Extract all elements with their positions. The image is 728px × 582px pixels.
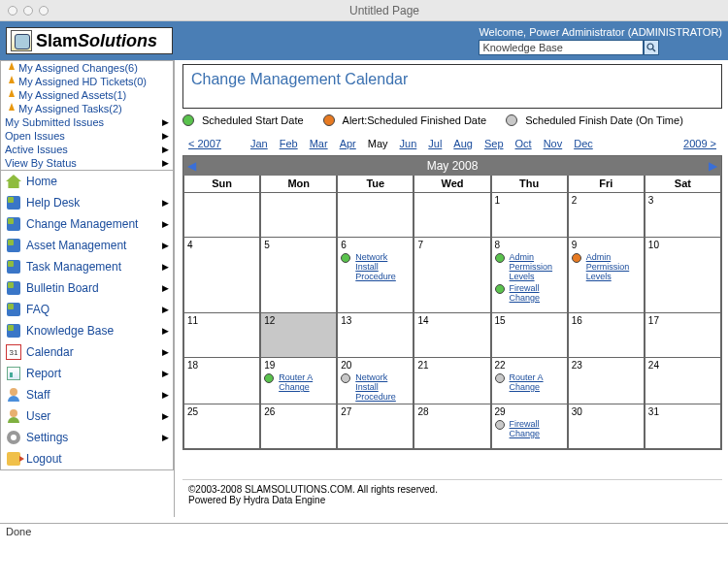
sidebar-issues-item[interactable]: View By Status▶ — [1, 156, 173, 170]
sidebar-nav-item[interactable]: Settings▶ — [1, 427, 173, 448]
calendar-cell[interactable]: 14 — [414, 313, 490, 358]
next-year-link[interactable]: 2009 > — [683, 138, 716, 149]
month-link[interactable]: Oct — [515, 138, 532, 149]
month-link[interactable]: Aug — [453, 138, 473, 149]
calendar-cell[interactable]: 3 — [645, 193, 721, 238]
sidebar-assigned-item[interactable]: My Assigned HD Tickets(0) — [1, 75, 173, 88]
calendar-cell[interactable]: 28 — [414, 404, 490, 449]
calendar-cell[interactable]: 18 — [183, 358, 260, 404]
sidebar-issues-item[interactable]: Active Issues▶ — [1, 143, 173, 156]
sidebar-assigned-item[interactable]: My Assigned Tasks(2) — [1, 102, 173, 115]
calendar-cell[interactable] — [414, 193, 490, 238]
footer-copyright: ©2003-2008 SLAMSOLUTIONS.COM. All rights… — [188, 484, 716, 495]
calendar-cell[interactable]: 29Firewall Change — [491, 404, 568, 449]
calendar-cell[interactable] — [260, 193, 337, 238]
calendar-cell[interactable]: 15 — [491, 313, 568, 358]
sidebar-issues-item[interactable]: My Submitted Issues▶ — [1, 115, 173, 129]
calendar-cell[interactable]: 4 — [183, 238, 260, 313]
sidebar-nav-item[interactable]: Report▶ — [1, 363, 173, 384]
calendar-cell[interactable]: 25 — [183, 404, 260, 449]
event-link[interactable]: Firewall Change — [510, 283, 564, 303]
calendar-cell[interactable]: 2 — [568, 193, 645, 238]
calendar-cell[interactable]: 11 — [183, 313, 260, 358]
year-nav: < 2007JanFebMarAprMayJunJulAugSepOctNovD… — [182, 138, 722, 149]
calendar-cell[interactable]: 21 — [414, 358, 490, 404]
calendar-event[interactable]: Network Install Procedure — [341, 372, 410, 402]
calendar-event[interactable]: Router A Change — [264, 372, 333, 392]
sidebar-nav-item[interactable]: Change Management▶ — [1, 213, 173, 235]
sidebar-issues-item[interactable]: Open Issues▶ — [1, 129, 173, 143]
calendar-cell[interactable]: 13 — [337, 313, 414, 358]
sidebar-nav-item[interactable]: Task Management▶ — [1, 256, 173, 277]
calendar-cell[interactable]: 6Network Install Procedure — [337, 238, 414, 313]
calendar-cell[interactable]: 31 — [645, 404, 721, 449]
calendar-cell[interactable]: 20Network Install Procedure — [337, 358, 414, 404]
calendar-cell[interactable] — [183, 193, 260, 238]
sidebar-nav-item[interactable]: Bulletin Board▶ — [1, 277, 173, 299]
calendar-day-number: 10 — [648, 240, 717, 250]
calendar-cell[interactable]: 9Admin Permission Levels — [568, 238, 645, 313]
calendar-cell[interactable]: 16 — [568, 313, 645, 358]
calendar-cell[interactable]: 17 — [645, 313, 721, 358]
event-link[interactable]: Admin Permission Levels — [510, 252, 564, 281]
month-link[interactable]: Jun — [400, 138, 417, 149]
sidebar-nav-item[interactable]: Staff▶ — [1, 384, 173, 405]
sidebar-nav-item[interactable]: Asset Management▶ — [1, 235, 173, 256]
calendar-cell[interactable]: 12 — [260, 313, 337, 358]
calendar-cell[interactable]: 19Router A Change — [260, 358, 337, 404]
window-close-icon[interactable] — [8, 6, 17, 16]
sidebar-nav-item[interactable]: FAQ▶ — [1, 299, 173, 320]
calendar-cell[interactable] — [337, 193, 414, 238]
month-link[interactable]: Jan — [250, 138, 268, 149]
search-button[interactable] — [644, 40, 659, 55]
calendar-cell[interactable]: 22Router A Change — [491, 358, 568, 404]
prev-year-link[interactable]: < 2007 — [188, 138, 221, 149]
sidebar-assigned-item[interactable]: My Assigned Changes(6) — [1, 61, 173, 75]
calendar-cell[interactable]: 26 — [260, 404, 337, 449]
calendar-event[interactable]: Router A Change — [495, 372, 564, 392]
calendar-cell[interactable]: 8Admin Permission LevelsFirewall Change — [491, 238, 568, 313]
sidebar-nav-item[interactable]: Help Desk▶ — [1, 192, 173, 213]
calendar-next-icon[interactable]: ▶ — [709, 159, 717, 173]
calendar-cell[interactable]: 27 — [337, 404, 414, 449]
sidebar-assigned-item[interactable]: My Assigned Assets(1) — [1, 88, 173, 102]
event-link[interactable]: Admin Permission Levels — [586, 252, 641, 281]
event-dot-gray-icon — [495, 373, 505, 383]
calendar-event[interactable]: Admin Permission Levels — [495, 252, 564, 281]
month-link[interactable]: Sep — [484, 138, 504, 149]
calendar-event[interactable]: Admin Permission Levels — [572, 252, 641, 281]
month-link[interactable]: Apr — [340, 138, 356, 149]
event-link[interactable]: Network Install Procedure — [355, 372, 410, 402]
sidebar-nav-item[interactable]: Calendar▶ — [1, 341, 173, 363]
logo[interactable]: SlamSolutions — [6, 27, 173, 54]
calendar-prev-icon[interactable]: ◀ — [187, 159, 196, 173]
window-minimize-icon[interactable] — [23, 6, 33, 16]
calendar-cell[interactable]: 7 — [414, 238, 490, 313]
calendar-event[interactable]: Network Install Procedure — [341, 252, 410, 281]
sidebar-nav-item[interactable]: Logout — [1, 448, 173, 469]
sidebar-nav-item[interactable]: User▶ — [1, 405, 173, 427]
event-link[interactable]: Router A Change — [510, 372, 564, 392]
calendar-cell[interactable]: 1 — [491, 193, 568, 238]
month-link[interactable]: Mar — [310, 138, 328, 149]
calendar-cell[interactable]: 24 — [645, 358, 721, 404]
event-link[interactable]: Router A Change — [279, 372, 333, 392]
sidebar-item-label: Calendar — [26, 345, 162, 359]
sidebar-nav-item[interactable]: Home — [1, 171, 173, 192]
search-input[interactable] — [479, 40, 644, 55]
calendar-cell[interactable]: 30 — [568, 404, 645, 449]
calendar-cell[interactable]: 5 — [260, 238, 337, 313]
calendar-cell[interactable]: 10 — [645, 238, 721, 313]
month-link[interactable]: Dec — [574, 138, 593, 149]
event-link[interactable]: Network Install Procedure — [355, 252, 410, 281]
month-link[interactable]: Jul — [428, 138, 442, 149]
cube-icon — [7, 324, 20, 338]
window-zoom-icon[interactable] — [39, 6, 49, 16]
calendar-cell[interactable]: 23 — [568, 358, 645, 404]
calendar-event[interactable]: Firewall Change — [495, 419, 564, 438]
sidebar-nav-item[interactable]: Knowledge Base▶ — [1, 320, 173, 341]
month-link[interactable]: Feb — [280, 138, 298, 149]
calendar-event[interactable]: Firewall Change — [495, 283, 564, 303]
month-link[interactable]: Nov — [544, 138, 563, 149]
event-link[interactable]: Firewall Change — [510, 419, 564, 438]
